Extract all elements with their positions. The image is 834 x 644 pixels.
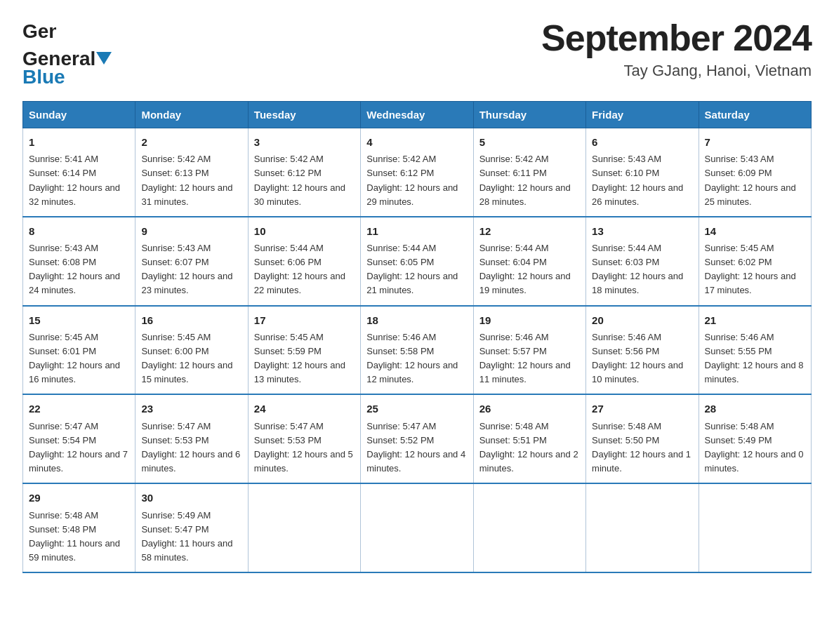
location-title: Tay GJang, Hanoi, Vietnam (541, 62, 812, 80)
calendar-cell: 21Sunrise: 5:46 AMSunset: 5:55 PMDayligh… (699, 306, 811, 395)
day-info: Sunrise: 5:46 AMSunset: 5:57 PMDaylight:… (479, 330, 580, 387)
header-sunday: Sunday (23, 102, 135, 128)
day-number: 23 (141, 401, 241, 417)
calendar-cell: 22Sunrise: 5:47 AMSunset: 5:54 PMDayligh… (23, 394, 135, 483)
calendar-cell: 16Sunrise: 5:45 AMSunset: 6:00 PMDayligh… (135, 306, 248, 395)
calendar-cell (361, 483, 473, 572)
day-number: 24 (254, 401, 355, 417)
calendar-cell: 23Sunrise: 5:47 AMSunset: 5:53 PMDayligh… (135, 394, 248, 483)
calendar-cell: 15Sunrise: 5:45 AMSunset: 6:01 PMDayligh… (23, 306, 135, 395)
day-info: Sunrise: 5:48 AMSunset: 5:51 PMDaylight:… (479, 420, 580, 476)
day-number: 7 (705, 134, 805, 150)
day-info: Sunrise: 5:48 AMSunset: 5:50 PMDaylight:… (592, 420, 692, 476)
day-number: 1 (29, 134, 129, 150)
day-info: Sunrise: 5:46 AMSunset: 5:55 PMDaylight:… (705, 330, 805, 387)
calendar-cell: 13Sunrise: 5:44 AMSunset: 6:03 PMDayligh… (586, 217, 699, 306)
day-info: Sunrise: 5:42 AMSunset: 6:12 PMDaylight:… (366, 152, 467, 209)
calendar-cell: 25Sunrise: 5:47 AMSunset: 5:52 PMDayligh… (361, 394, 473, 483)
day-number: 5 (479, 134, 580, 150)
day-number: 15 (29, 312, 129, 328)
day-number: 9 (141, 223, 241, 239)
day-number: 11 (366, 223, 467, 239)
calendar-cell: 27Sunrise: 5:48 AMSunset: 5:50 PMDayligh… (586, 394, 699, 483)
calendar-cell: 1Sunrise: 5:41 AMSunset: 6:14 PMDaylight… (23, 128, 135, 217)
day-number: 29 (29, 490, 129, 506)
logo-area: General General Blue (22, 17, 113, 88)
day-info: Sunrise: 5:44 AMSunset: 6:03 PMDaylight:… (592, 241, 692, 298)
calendar-cell: 24Sunrise: 5:47 AMSunset: 5:53 PMDayligh… (248, 394, 360, 483)
week-row-5: 29Sunrise: 5:48 AMSunset: 5:48 PMDayligh… (23, 483, 812, 572)
calendar-cell: 18Sunrise: 5:46 AMSunset: 5:58 PMDayligh… (361, 306, 473, 395)
logo-icon: General (22, 17, 56, 48)
day-info: Sunrise: 5:44 AMSunset: 6:06 PMDaylight:… (254, 241, 355, 298)
month-title: September 2024 (541, 17, 812, 59)
calendar-cell: 10Sunrise: 5:44 AMSunset: 6:06 PMDayligh… (248, 217, 360, 306)
logo-triangle-icon (96, 52, 112, 67)
calendar-cell: 28Sunrise: 5:48 AMSunset: 5:49 PMDayligh… (699, 394, 811, 483)
day-info: Sunrise: 5:47 AMSunset: 5:52 PMDaylight:… (366, 420, 467, 476)
day-number: 27 (592, 401, 692, 417)
calendar-cell: 14Sunrise: 5:45 AMSunset: 6:02 PMDayligh… (699, 217, 811, 306)
calendar-cell: 8Sunrise: 5:43 AMSunset: 6:08 PMDaylight… (23, 217, 135, 306)
calendar-cell: 12Sunrise: 5:44 AMSunset: 6:04 PMDayligh… (473, 217, 585, 306)
day-info: Sunrise: 5:42 AMSunset: 6:11 PMDaylight:… (479, 152, 580, 209)
day-info: Sunrise: 5:48 AMSunset: 5:48 PMDaylight:… (29, 509, 129, 565)
day-number: 6 (592, 134, 692, 150)
logo: General (22, 17, 56, 48)
day-info: Sunrise: 5:43 AMSunset: 6:10 PMDaylight:… (592, 152, 692, 209)
calendar-cell: 26Sunrise: 5:48 AMSunset: 5:51 PMDayligh… (473, 394, 585, 483)
day-info: Sunrise: 5:46 AMSunset: 5:58 PMDaylight:… (366, 330, 467, 387)
page-header: General General Blue September 2024 Tay … (22, 17, 812, 88)
week-row-1: 1Sunrise: 5:41 AMSunset: 6:14 PMDaylight… (23, 128, 812, 217)
day-number: 30 (141, 490, 241, 506)
day-number: 18 (366, 312, 467, 328)
calendar-cell: 11Sunrise: 5:44 AMSunset: 6:05 PMDayligh… (361, 217, 473, 306)
calendar-table: SundayMondayTuesdayWednesdayThursdayFrid… (22, 101, 812, 573)
day-number: 17 (254, 312, 355, 328)
svg-text:General: General (22, 20, 56, 42)
header-monday: Monday (135, 102, 248, 128)
calendar-cell: 17Sunrise: 5:45 AMSunset: 5:59 PMDayligh… (248, 306, 360, 395)
calendar-cell: 3Sunrise: 5:42 AMSunset: 6:12 PMDaylight… (248, 128, 360, 217)
calendar-cell: 9Sunrise: 5:43 AMSunset: 6:07 PMDaylight… (135, 217, 248, 306)
week-row-4: 22Sunrise: 5:47 AMSunset: 5:54 PMDayligh… (23, 394, 812, 483)
day-number: 28 (705, 401, 805, 417)
day-number: 16 (141, 312, 241, 328)
calendar-cell (248, 483, 360, 572)
header-friday: Friday (586, 102, 699, 128)
day-info: Sunrise: 5:42 AMSunset: 6:13 PMDaylight:… (141, 152, 241, 209)
day-number: 3 (254, 134, 355, 150)
day-number: 8 (29, 223, 129, 239)
day-info: Sunrise: 5:45 AMSunset: 6:01 PMDaylight:… (29, 330, 129, 387)
calendar-cell: 5Sunrise: 5:42 AMSunset: 6:11 PMDaylight… (473, 128, 585, 217)
day-number: 2 (141, 134, 241, 150)
header-tuesday: Tuesday (248, 102, 360, 128)
calendar-cell: 2Sunrise: 5:42 AMSunset: 6:13 PMDaylight… (135, 128, 248, 217)
day-info: Sunrise: 5:47 AMSunset: 5:53 PMDaylight:… (141, 420, 241, 476)
day-info: Sunrise: 5:47 AMSunset: 5:54 PMDaylight:… (29, 420, 129, 476)
calendar-cell: 7Sunrise: 5:43 AMSunset: 6:09 PMDaylight… (699, 128, 811, 217)
day-info: Sunrise: 5:43 AMSunset: 6:09 PMDaylight:… (705, 152, 805, 209)
header-thursday: Thursday (473, 102, 585, 128)
calendar-cell: 19Sunrise: 5:46 AMSunset: 5:57 PMDayligh… (473, 306, 585, 395)
day-info: Sunrise: 5:46 AMSunset: 5:56 PMDaylight:… (592, 330, 692, 387)
header-wednesday: Wednesday (361, 102, 473, 128)
week-row-2: 8Sunrise: 5:43 AMSunset: 6:08 PMDaylight… (23, 217, 812, 306)
day-info: Sunrise: 5:47 AMSunset: 5:53 PMDaylight:… (254, 420, 355, 476)
day-number: 13 (592, 223, 692, 239)
svg-marker-1 (96, 52, 112, 65)
calendar-cell: 20Sunrise: 5:46 AMSunset: 5:56 PMDayligh… (586, 306, 699, 395)
day-number: 25 (366, 401, 467, 417)
day-number: 22 (29, 401, 129, 417)
day-number: 26 (479, 401, 580, 417)
day-info: Sunrise: 5:45 AMSunset: 5:59 PMDaylight:… (254, 330, 355, 387)
day-number: 12 (479, 223, 580, 239)
day-info: Sunrise: 5:45 AMSunset: 6:02 PMDaylight:… (705, 241, 805, 298)
calendar-cell (699, 483, 811, 572)
day-number: 19 (479, 312, 580, 328)
title-area: September 2024 Tay GJang, Hanoi, Vietnam (541, 17, 812, 80)
day-info: Sunrise: 5:43 AMSunset: 6:08 PMDaylight:… (29, 241, 129, 298)
day-info: Sunrise: 5:41 AMSunset: 6:14 PMDaylight:… (29, 152, 129, 209)
day-number: 14 (705, 223, 805, 239)
calendar-header-row: SundayMondayTuesdayWednesdayThursdayFrid… (23, 102, 812, 128)
